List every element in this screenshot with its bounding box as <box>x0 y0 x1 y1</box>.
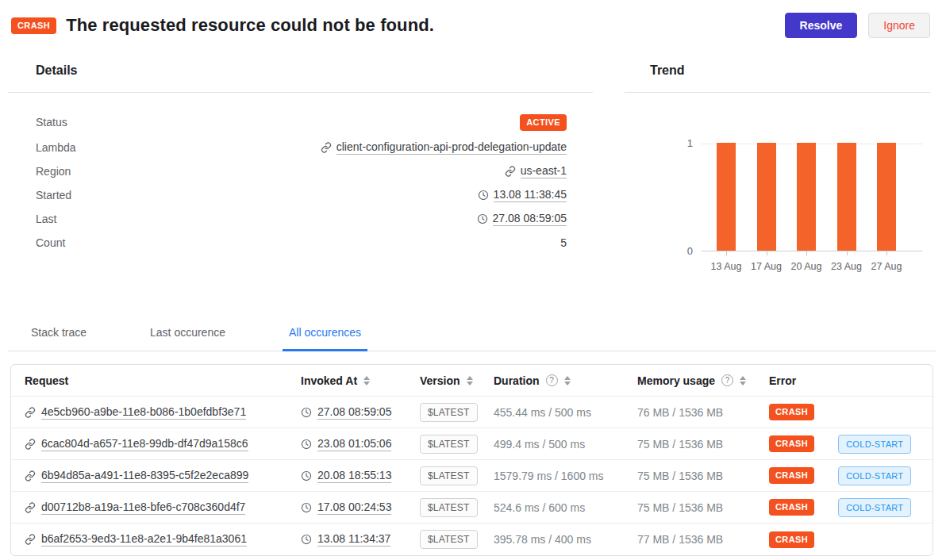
clock-icon <box>301 407 312 418</box>
count-value: 5 <box>560 236 567 249</box>
column-header-version[interactable]: Version <box>420 374 494 387</box>
chart-bar[interactable] <box>757 143 776 251</box>
chart-y-tick-label: 1 <box>677 137 693 149</box>
column-header-duration[interactable]: Duration ? <box>494 374 637 387</box>
link-icon <box>25 502 36 513</box>
sort-icon[interactable] <box>564 376 571 385</box>
sort-icon[interactable] <box>740 376 746 385</box>
invoked-at-link[interactable]: 13.08 11:34:37 <box>317 532 390 547</box>
sort-icon[interactable] <box>363 376 370 385</box>
status-label: Status <box>36 116 67 128</box>
detail-row-lambda: Lambda client-configuration-api-prod-del… <box>36 136 567 159</box>
invoked-at-link[interactable]: 27.08 08:59:05 <box>317 405 391 420</box>
table-row: 6cac804d-a657-11e8-99db-df47d9a158c6 23.… <box>11 428 933 460</box>
trend-divider <box>625 92 930 93</box>
chart-x-axis-labels: 13 Aug17 Aug20 Aug23 Aug27 Aug <box>702 261 922 275</box>
memory-value: 75 MB / 1536 MB <box>637 501 769 514</box>
chart-bar[interactable] <box>797 143 816 251</box>
help-icon[interactable]: ? <box>721 374 733 386</box>
started-label: Started <box>36 189 71 201</box>
version-badge: $LATEST <box>420 498 478 517</box>
last-label: Last <box>36 213 56 225</box>
clock-icon <box>301 502 312 513</box>
crash-badge: CRASH <box>769 499 814 516</box>
table-header-row: Request Invoked At Version Duration ? Me… <box>11 365 933 397</box>
trend-section-title: Trend <box>625 57 930 92</box>
chart-x-tick <box>726 251 727 255</box>
detail-row-status: Status ACTIVE <box>36 109 567 136</box>
detail-row-started: Started 13.08 11:38:45 <box>36 183 567 207</box>
chart-x-tick <box>847 251 848 255</box>
version-badge: $LATEST <box>420 403 478 422</box>
request-id-link[interactable]: 6cac804d-a657-11e8-99db-df47d9a158c6 <box>41 437 248 451</box>
chart-x-tick-label: 27 Aug <box>863 261 910 272</box>
request-id-link[interactable]: b6af2653-9ed3-11e8-a2e1-9b4fe81a3061 <box>41 532 247 547</box>
help-icon[interactable]: ? <box>546 374 558 386</box>
link-icon <box>25 534 36 545</box>
column-header-invoked-at[interactable]: Invoked At <box>301 374 420 387</box>
duration-value: 499.4 ms / 500 ms <box>494 438 637 451</box>
invoked-at-link[interactable]: 17.08 00:24:53 <box>317 501 391 515</box>
cold-start-badge: COLD-START <box>838 466 911 485</box>
chart-y-tick-label: 0 <box>677 245 693 257</box>
chart-bar[interactable] <box>837 143 856 251</box>
summary-cards: Details Status ACTIVE Lambda client-conf… <box>0 57 946 286</box>
chart-x-tick <box>767 251 767 255</box>
column-header-error: Error <box>769 374 933 387</box>
page-title: The requested resource could not be foun… <box>66 15 434 36</box>
last-link[interactable]: 27.08 08:59:05 <box>493 212 567 226</box>
started-link[interactable]: 13.08 11:38:45 <box>494 188 567 202</box>
memory-value: 75 MB / 1536 MB <box>637 470 769 482</box>
version-badge: $LATEST <box>420 466 478 485</box>
count-label: Count <box>36 236 65 249</box>
invoked-at-link[interactable]: 23.08 01:05:06 <box>317 437 391 451</box>
ignore-button[interactable]: Ignore <box>868 13 930 38</box>
crash-badge: CRASH <box>769 435 814 452</box>
error-detail-page: CRASH The requested resource could not b… <box>0 0 946 560</box>
column-header-memory-usage[interactable]: Memory usage ? <box>637 374 769 387</box>
chart-bar[interactable] <box>877 143 896 251</box>
lambda-link[interactable]: client-configuration-api-prod-delegation… <box>336 140 567 155</box>
chart-x-tick <box>886 251 887 255</box>
tab-last-occurence[interactable]: Last occurence <box>144 318 232 351</box>
tab-all-occurences[interactable]: All occurences <box>283 318 367 351</box>
crash-badge: CRASH <box>769 531 814 548</box>
occurrence-tabs: Stack trace Last occurence All occurence… <box>8 318 936 351</box>
crash-severity-badge: CRASH <box>11 17 56 34</box>
page-header: CRASH The requested resource could not b… <box>0 0 946 38</box>
detail-row-last: Last 27.08 08:59:05 <box>36 207 567 231</box>
cold-start-badge: COLD-START <box>838 435 911 454</box>
duration-value: 524.6 ms / 600 ms <box>494 501 637 514</box>
details-section-title: Details <box>8 57 593 92</box>
clock-icon <box>478 190 489 201</box>
duration-value: 395.78 ms / 400 ms <box>494 533 637 546</box>
request-id-link[interactable]: 4e5cb960-a9be-11e8-b086-1b0efdbf3e71 <box>41 405 246 420</box>
memory-value: 75 MB / 1536 MB <box>637 438 769 451</box>
clock-icon <box>301 470 312 481</box>
cold-start-badge: COLD-START <box>838 498 911 517</box>
version-badge: $LATEST <box>420 435 478 454</box>
sort-icon[interactable] <box>467 376 473 385</box>
table-row: b6af2653-9ed3-11e8-a2e1-9b4fe81a3061 13.… <box>11 524 933 555</box>
request-id-link[interactable]: 6b94d85a-a491-11e8-8395-c5f2e2eca899 <box>41 469 248 483</box>
details-list: Status ACTIVE Lambda client-configuratio… <box>8 93 593 255</box>
invoked-at-link[interactable]: 20.08 18:55:13 <box>317 469 391 483</box>
crash-badge: CRASH <box>769 467 814 484</box>
link-icon <box>25 470 36 481</box>
trend-bar-chart: 13 Aug17 Aug20 Aug23 Aug27 Aug 10 <box>625 144 930 286</box>
memory-value: 76 MB / 1536 MB <box>637 406 769 419</box>
chart-bar[interactable] <box>717 143 736 251</box>
region-label: Region <box>36 165 71 178</box>
link-icon <box>25 439 36 450</box>
detail-row-count: Count 5 <box>36 231 567 255</box>
clock-icon <box>477 213 488 224</box>
lambda-label: Lambda <box>36 141 76 154</box>
column-header-request: Request <box>25 374 301 387</box>
resolve-button[interactable]: Resolve <box>785 13 858 38</box>
tab-stack-trace[interactable]: Stack trace <box>25 318 93 351</box>
chart-plot-area <box>702 144 922 251</box>
clock-icon <box>301 534 312 545</box>
region-link[interactable]: us-east-1 <box>521 164 567 178</box>
request-id-link[interactable]: d00712b8-a19a-11e8-bfe6-c708c360d4f7 <box>41 501 245 515</box>
crash-badge: CRASH <box>769 404 814 420</box>
